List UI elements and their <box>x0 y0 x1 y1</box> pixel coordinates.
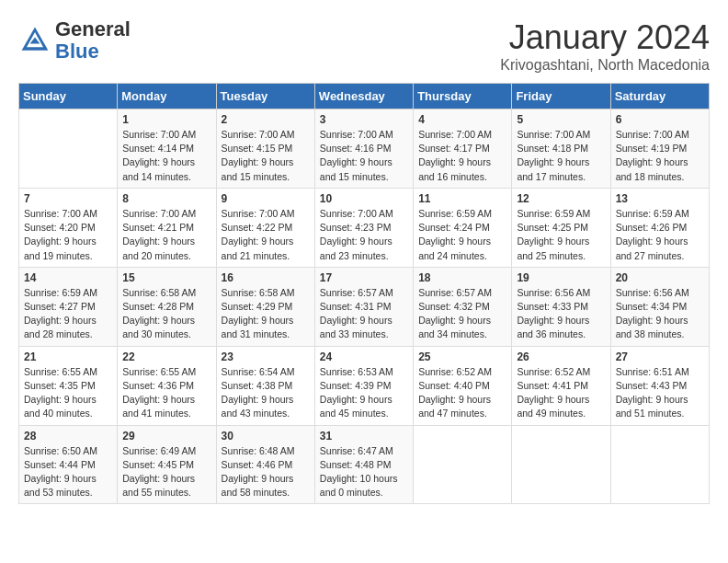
day-number: 5 <box>517 113 605 126</box>
calendar-day-cell: 22Sunrise: 6:55 AMSunset: 4:36 PMDayligh… <box>118 346 216 425</box>
day-number: 18 <box>418 271 506 284</box>
day-info: Sunrise: 6:57 AMSunset: 4:31 PMDaylight:… <box>320 286 408 342</box>
day-info: Sunrise: 7:00 AMSunset: 4:21 PMDaylight:… <box>122 207 210 263</box>
day-number: 21 <box>24 350 112 363</box>
page-header: General Blue January 2024 Krivogashtani,… <box>18 18 710 74</box>
calendar-day-cell: 17Sunrise: 6:57 AMSunset: 4:31 PMDayligh… <box>314 267 413 346</box>
day-number: 27 <box>616 350 704 363</box>
day-number: 23 <box>222 350 310 363</box>
day-info: Sunrise: 6:48 AMSunset: 4:46 PMDaylight:… <box>222 444 310 500</box>
day-number: 11 <box>418 192 506 205</box>
calendar-day-cell: 29Sunrise: 6:49 AMSunset: 4:45 PMDayligh… <box>118 425 216 504</box>
title-block: January 2024 Krivogashtani, North Macedo… <box>500 18 710 74</box>
calendar-day-cell: 16Sunrise: 6:58 AMSunset: 4:29 PMDayligh… <box>216 267 314 346</box>
day-info: Sunrise: 6:55 AMSunset: 4:36 PMDaylight:… <box>122 365 210 421</box>
logo-icon <box>18 24 51 57</box>
day-number: 7 <box>24 192 112 205</box>
day-info: Sunrise: 6:59 AMSunset: 4:24 PMDaylight:… <box>418 207 506 263</box>
day-number: 14 <box>24 271 112 284</box>
day-info: Sunrise: 6:55 AMSunset: 4:35 PMDaylight:… <box>24 365 112 421</box>
day-number: 29 <box>122 430 210 442</box>
calendar-day-cell: 8Sunrise: 7:00 AMSunset: 4:21 PMDaylight… <box>118 188 216 267</box>
calendar-day-cell: 25Sunrise: 6:52 AMSunset: 4:40 PMDayligh… <box>414 346 512 425</box>
calendar-week-row: 14Sunrise: 6:59 AMSunset: 4:27 PMDayligh… <box>19 267 710 346</box>
calendar-day-cell: 10Sunrise: 7:00 AMSunset: 4:23 PMDayligh… <box>314 188 413 267</box>
calendar-day-cell: 12Sunrise: 6:59 AMSunset: 4:25 PMDayligh… <box>512 188 610 267</box>
calendar-day-cell: 20Sunrise: 6:56 AMSunset: 4:34 PMDayligh… <box>610 267 709 346</box>
logo-blue: Blue <box>55 40 99 63</box>
weekday-header-cell: Friday <box>512 84 610 109</box>
day-number: 8 <box>122 192 210 205</box>
calendar-day-cell: 26Sunrise: 6:52 AMSunset: 4:41 PMDayligh… <box>512 346 610 425</box>
calendar-day-cell: 7Sunrise: 7:00 AMSunset: 4:20 PMDaylight… <box>19 188 118 267</box>
calendar-week-row: 7Sunrise: 7:00 AMSunset: 4:20 PMDaylight… <box>19 188 710 267</box>
calendar-day-cell: 3Sunrise: 7:00 AMSunset: 4:16 PMDaylight… <box>314 109 413 189</box>
weekday-header-cell: Tuesday <box>216 84 314 109</box>
day-info: Sunrise: 7:00 AMSunset: 4:14 PMDaylight:… <box>122 128 210 184</box>
day-info: Sunrise: 6:58 AMSunset: 4:28 PMDaylight:… <box>122 286 210 342</box>
calendar-week-row: 21Sunrise: 6:55 AMSunset: 4:35 PMDayligh… <box>19 346 710 425</box>
day-info: Sunrise: 6:52 AMSunset: 4:40 PMDaylight:… <box>418 365 506 421</box>
calendar-day-cell <box>512 425 610 504</box>
calendar-day-cell <box>414 425 512 504</box>
calendar-table: SundayMondayTuesdayWednesdayThursdayFrid… <box>18 83 710 504</box>
calendar-day-cell: 27Sunrise: 6:51 AMSunset: 4:43 PMDayligh… <box>610 346 709 425</box>
day-number: 10 <box>320 192 408 205</box>
logo-general: General <box>55 17 131 40</box>
day-info: Sunrise: 6:59 AMSunset: 4:26 PMDaylight:… <box>616 207 704 263</box>
day-number: 13 <box>616 192 704 205</box>
day-number: 17 <box>320 271 408 284</box>
day-number: 19 <box>517 271 605 284</box>
day-info: Sunrise: 7:00 AMSunset: 4:17 PMDaylight:… <box>418 128 506 184</box>
weekday-header-cell: Monday <box>118 84 216 109</box>
day-info: Sunrise: 6:52 AMSunset: 4:41 PMDaylight:… <box>517 365 605 421</box>
day-number: 30 <box>222 430 310 442</box>
day-info: Sunrise: 7:00 AMSunset: 4:23 PMDaylight:… <box>320 207 408 263</box>
day-info: Sunrise: 6:56 AMSunset: 4:33 PMDaylight:… <box>517 286 605 342</box>
calendar-day-cell: 2Sunrise: 7:00 AMSunset: 4:15 PMDaylight… <box>216 109 314 189</box>
day-info: Sunrise: 6:57 AMSunset: 4:32 PMDaylight:… <box>418 286 506 342</box>
day-number: 16 <box>222 271 310 284</box>
calendar-day-cell: 24Sunrise: 6:53 AMSunset: 4:39 PMDayligh… <box>314 346 413 425</box>
calendar-day-cell: 31Sunrise: 6:47 AMSunset: 4:48 PMDayligh… <box>314 425 413 504</box>
day-number: 26 <box>517 350 605 363</box>
day-number: 22 <box>122 350 210 363</box>
calendar-day-cell <box>19 109 118 189</box>
calendar-day-cell: 18Sunrise: 6:57 AMSunset: 4:32 PMDayligh… <box>414 267 512 346</box>
calendar-day-cell: 23Sunrise: 6:54 AMSunset: 4:38 PMDayligh… <box>216 346 314 425</box>
day-info: Sunrise: 6:50 AMSunset: 4:44 PMDaylight:… <box>24 444 112 500</box>
month-title: January 2024 <box>500 18 710 57</box>
day-info: Sunrise: 7:00 AMSunset: 4:20 PMDaylight:… <box>24 207 112 263</box>
calendar-day-cell: 21Sunrise: 6:55 AMSunset: 4:35 PMDayligh… <box>19 346 118 425</box>
day-number: 25 <box>418 350 506 363</box>
day-info: Sunrise: 6:53 AMSunset: 4:39 PMDaylight:… <box>320 365 408 421</box>
day-info: Sunrise: 7:00 AMSunset: 4:22 PMDaylight:… <box>222 207 310 263</box>
day-number: 2 <box>222 113 310 126</box>
calendar-day-cell: 14Sunrise: 6:59 AMSunset: 4:27 PMDayligh… <box>19 267 118 346</box>
day-number: 20 <box>616 271 704 284</box>
weekday-header-row: SundayMondayTuesdayWednesdayThursdayFrid… <box>19 84 710 109</box>
day-number: 12 <box>517 192 605 205</box>
day-number: 6 <box>616 113 704 126</box>
day-info: Sunrise: 7:00 AMSunset: 4:15 PMDaylight:… <box>222 128 310 184</box>
day-info: Sunrise: 7:00 AMSunset: 4:18 PMDaylight:… <box>517 128 605 184</box>
weekday-header-cell: Thursday <box>414 84 512 109</box>
day-info: Sunrise: 6:59 AMSunset: 4:27 PMDaylight:… <box>24 286 112 342</box>
day-number: 24 <box>320 350 408 363</box>
calendar-week-row: 28Sunrise: 6:50 AMSunset: 4:44 PMDayligh… <box>19 425 710 504</box>
calendar-body: 1Sunrise: 7:00 AMSunset: 4:14 PMDaylight… <box>19 109 710 504</box>
calendar-day-cell: 1Sunrise: 7:00 AMSunset: 4:14 PMDaylight… <box>118 109 216 189</box>
logo-text: General Blue <box>55 18 131 63</box>
calendar-day-cell: 9Sunrise: 7:00 AMSunset: 4:22 PMDaylight… <box>216 188 314 267</box>
day-info: Sunrise: 7:00 AMSunset: 4:19 PMDaylight:… <box>616 128 704 184</box>
day-info: Sunrise: 6:51 AMSunset: 4:43 PMDaylight:… <box>616 365 704 421</box>
day-info: Sunrise: 6:54 AMSunset: 4:38 PMDaylight:… <box>222 365 310 421</box>
day-info: Sunrise: 6:47 AMSunset: 4:48 PMDaylight:… <box>320 444 408 500</box>
calendar-day-cell: 5Sunrise: 7:00 AMSunset: 4:18 PMDaylight… <box>512 109 610 189</box>
calendar-day-cell <box>610 425 709 504</box>
calendar-day-cell: 4Sunrise: 7:00 AMSunset: 4:17 PMDaylight… <box>414 109 512 189</box>
day-info: Sunrise: 6:59 AMSunset: 4:25 PMDaylight:… <box>517 207 605 263</box>
calendar-day-cell: 28Sunrise: 6:50 AMSunset: 4:44 PMDayligh… <box>19 425 118 504</box>
calendar-day-cell: 13Sunrise: 6:59 AMSunset: 4:26 PMDayligh… <box>610 188 709 267</box>
day-info: Sunrise: 6:56 AMSunset: 4:34 PMDaylight:… <box>616 286 704 342</box>
